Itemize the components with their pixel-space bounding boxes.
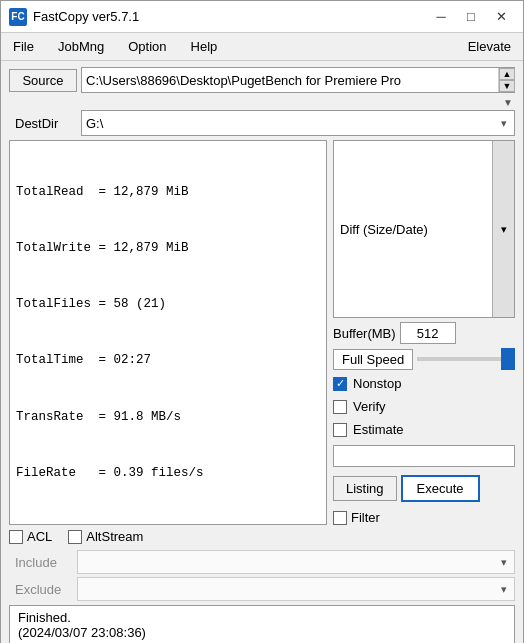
buffer-row: Buffer(MB) 512 <box>333 322 515 344</box>
main-window: FC FastCopy ver5.7.1 ─ □ ✕ File JobMng O… <box>0 0 524 643</box>
buffer-value: 512 <box>417 326 439 341</box>
minimize-button[interactable]: ─ <box>427 6 455 28</box>
destdir-path: G:\ <box>82 114 494 133</box>
exclude-row: Exclude ▾ <box>9 577 515 601</box>
destdir-arrow[interactable]: ▾ <box>494 117 514 130</box>
status-line2: (2024/03/07 23:08:36) <box>18 625 506 640</box>
include-value <box>78 560 494 564</box>
include-label: Include <box>9 555 77 570</box>
source-expand-area: ▼ <box>447 97 515 108</box>
source-path: C:\Users\88696\Desktop\PugetBench for Pr… <box>82 71 498 90</box>
acl-cb-row: ACL <box>9 529 52 544</box>
menu-help[interactable]: Help <box>179 35 230 58</box>
include-row: Include ▾ <box>9 550 515 574</box>
nonstop-label: Nonstop <box>353 376 401 391</box>
diff-label: Diff (Size/Date) <box>334 220 492 239</box>
log-line-5: FileRate = 0.39 files/s <box>16 464 320 483</box>
exclude-arrow[interactable]: ▾ <box>494 583 514 596</box>
nonstop-row: Nonstop <box>333 376 515 391</box>
content-area: Source C:\Users\88696\Desktop\PugetBench… <box>1 61 523 643</box>
source-down-arrow[interactable]: ▼ <box>503 97 513 108</box>
menu-bar: File JobMng Option Help Elevate <box>1 33 523 61</box>
include-select[interactable]: ▾ <box>77 550 515 574</box>
buffer-input[interactable]: 512 <box>400 322 456 344</box>
exclude-select[interactable]: ▾ <box>77 577 515 601</box>
exclude-label: Exclude <box>9 582 77 597</box>
status-line1: Finished. <box>18 610 506 625</box>
log-area: TotalRead = 12,879 MiB TotalWrite = 12,8… <box>9 140 327 525</box>
diff-dropdown[interactable]: Diff (Size/Date) ▾ <box>333 140 515 318</box>
destdir-row: DestDir G:\ ▾ <box>9 110 515 136</box>
acl-altstream-row: ACL AltStream <box>9 529 515 544</box>
estimate-row: Estimate <box>333 422 515 437</box>
listing-button[interactable]: Listing <box>333 476 397 501</box>
action-row: Listing Execute <box>333 475 515 502</box>
buffer-label: Buffer(MB) <box>333 326 396 341</box>
destdir-input[interactable]: G:\ ▾ <box>81 110 515 136</box>
app-title: FastCopy ver5.7.1 <box>33 9 427 24</box>
log-line-3: TotalTime = 02:27 <box>16 351 320 370</box>
speed-row: Full Speed <box>333 348 515 370</box>
altstream-cb-row: AltStream <box>68 529 143 544</box>
app-icon: FC <box>9 8 27 26</box>
scroll-up-btn[interactable]: ▲ <box>499 68 515 80</box>
log-line-4: TransRate = 91.8 MB/s <box>16 408 320 427</box>
maximize-button[interactable]: □ <box>457 6 485 28</box>
log-line-1: TotalWrite = 12,879 MiB <box>16 239 320 258</box>
verify-label: Verify <box>353 399 386 414</box>
diff-arrow[interactable]: ▾ <box>492 141 514 317</box>
status-bar: Finished. (2024/03/07 23:08:36) <box>9 605 515 643</box>
title-bar: FC FastCopy ver5.7.1 ─ □ ✕ <box>1 1 523 33</box>
filter-row: Filter <box>333 510 515 525</box>
nonstop-checkbox[interactable] <box>333 377 347 391</box>
menu-jobmng[interactable]: JobMng <box>46 35 116 58</box>
right-panel: Diff (Size/Date) ▾ Buffer(MB) 512 Full S… <box>333 140 515 525</box>
menu-file[interactable]: File <box>1 35 46 58</box>
estimate-label: Estimate <box>353 422 404 437</box>
estimate-checkbox[interactable] <box>333 423 347 437</box>
source-row: Source C:\Users\88696\Desktop\PugetBench… <box>9 67 515 93</box>
speed-thumb[interactable] <box>501 348 515 370</box>
altstream-label: AltStream <box>86 529 143 544</box>
log-line-2: TotalFiles = 58 (21) <box>16 295 320 314</box>
exclude-value <box>78 587 494 591</box>
execute-button[interactable]: Execute <box>401 475 480 502</box>
bottom-area: Include ▾ Exclude ▾ <box>9 550 515 601</box>
altstream-checkbox[interactable] <box>68 530 82 544</box>
source-button[interactable]: Source <box>9 69 77 92</box>
menu-elevate[interactable]: Elevate <box>456 35 523 58</box>
speed-button[interactable]: Full Speed <box>333 349 413 370</box>
menu-option[interactable]: Option <box>116 35 178 58</box>
include-arrow[interactable]: ▾ <box>494 556 514 569</box>
extra-input[interactable] <box>333 445 515 467</box>
filter-label: Filter <box>351 510 380 525</box>
acl-checkbox[interactable] <box>9 530 23 544</box>
acl-label: ACL <box>27 529 52 544</box>
source-path-container: C:\Users\88696\Desktop\PugetBench for Pr… <box>81 67 515 93</box>
verify-row: Verify <box>333 399 515 414</box>
scroll-down-btn[interactable]: ▼ <box>499 80 515 92</box>
source-scrollbar[interactable]: ▲ ▼ <box>498 68 514 92</box>
log-line-0: TotalRead = 12,879 MiB <box>16 183 320 202</box>
close-button[interactable]: ✕ <box>487 6 515 28</box>
source-arrow-row: ▼ <box>9 97 515 108</box>
main-area: TotalRead = 12,879 MiB TotalWrite = 12,8… <box>9 140 515 525</box>
speed-slider-container <box>417 348 515 370</box>
window-controls: ─ □ ✕ <box>427 6 515 28</box>
filter-checkbox[interactable] <box>333 511 347 525</box>
verify-checkbox[interactable] <box>333 400 347 414</box>
destdir-label: DestDir <box>9 113 77 134</box>
speed-slider[interactable] <box>417 357 515 361</box>
